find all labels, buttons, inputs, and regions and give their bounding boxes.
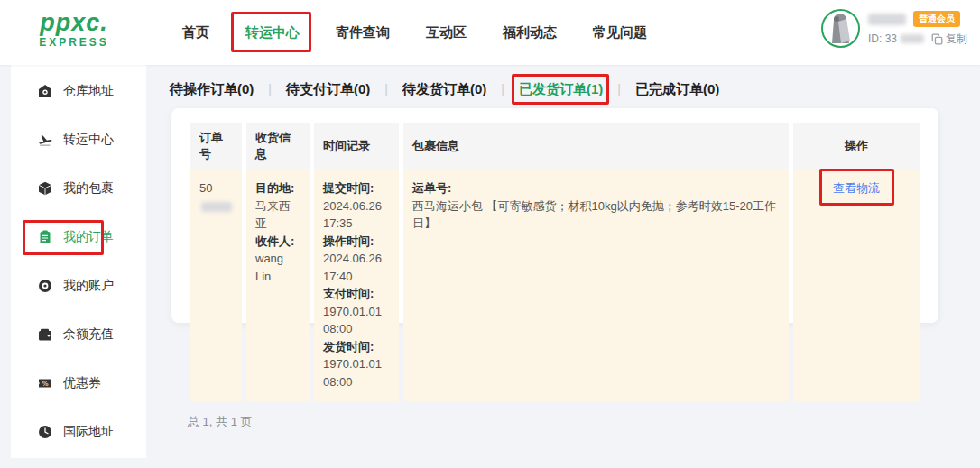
sidebar-item-my-orders[interactable]: 我的订单 bbox=[11, 213, 146, 262]
tab-separator: | bbox=[501, 82, 504, 96]
orders-icon bbox=[38, 230, 52, 244]
user-avatar[interactable] bbox=[821, 9, 860, 48]
waybill-label: 运单号: bbox=[412, 179, 780, 197]
svg-text:%: % bbox=[42, 380, 48, 388]
user-info: 普通会员 ID: 33 复制 bbox=[868, 10, 967, 47]
sidebar-item-coupons[interactable]: % 优惠券 bbox=[11, 359, 146, 408]
redacted-user-id bbox=[901, 34, 924, 43]
plane-icon bbox=[38, 133, 52, 147]
package-icon bbox=[38, 181, 52, 196]
nav-item-benefits[interactable]: 福利动态 bbox=[503, 17, 557, 49]
recipient-label: 收件人: bbox=[255, 233, 300, 251]
avatar-image bbox=[823, 11, 858, 46]
sidebar-item-label: 我的订单 bbox=[63, 229, 114, 245]
operate-time-value: 2024.06.26 17:40 bbox=[323, 250, 390, 285]
sidebar-item-my-account[interactable]: 我的账户 bbox=[11, 262, 146, 310]
user-id-prefix: ID: 33 bbox=[868, 32, 897, 45]
nav-item-shipment-query[interactable]: 寄件查询 bbox=[336, 17, 390, 49]
col-time-record: 时间记录 bbox=[314, 123, 399, 170]
sidebar-item-warehouse-address[interactable]: 仓库地址 bbox=[11, 67, 146, 115]
sidebar-item-international-address[interactable]: 国际地址 bbox=[11, 408, 146, 456]
tab-separator: | bbox=[268, 82, 272, 96]
tab-separator: | bbox=[384, 82, 388, 96]
table-row: 50 目的地: 马来西亚 收件人: wang Lin 提交时间: 2024.06… bbox=[190, 170, 920, 401]
nav-item-transfer-center[interactable]: 转运中心 bbox=[245, 17, 300, 49]
tab-shipped[interactable]: 已发货订单(1) bbox=[519, 81, 603, 98]
order-status-tabs: 待操作订单(0) | 待支付订单(0) | 待发货订单(0) | 已发货订单(1… bbox=[170, 76, 719, 103]
submit-time-label: 提交时间: bbox=[323, 179, 390, 197]
sidebar-item-label: 仓库地址 bbox=[63, 83, 114, 99]
order-no-prefix: 50 bbox=[199, 181, 212, 195]
table-header-row: 订单号 收货信息 时间记录 包裹信息 操作 bbox=[190, 123, 920, 170]
sidebar-item-my-packages[interactable]: 我的包裹 bbox=[11, 164, 146, 213]
redacted-order-no bbox=[201, 202, 232, 212]
cell-receiver-info: 目的地: 马来西亚 收件人: wang Lin bbox=[246, 170, 310, 401]
cell-order-no: 50 bbox=[190, 170, 242, 401]
tab-pending-shipment[interactable]: 待发货订单(0) bbox=[402, 81, 486, 98]
nav-item-home[interactable]: 首页 bbox=[182, 17, 209, 49]
cell-action: 查看物流 bbox=[793, 170, 920, 401]
pagination-summary: 总 1, 共 1 页 bbox=[188, 414, 924, 430]
nav-item-faq[interactable]: 常见问题 bbox=[593, 17, 647, 49]
view-logistics-link[interactable]: 查看物流 bbox=[833, 179, 880, 197]
brand-logo-sub: EXPRESS bbox=[29, 36, 119, 49]
ship-time-value: 1970.01.01 08:00 bbox=[323, 355, 390, 390]
sidebar-item-transfer-center[interactable]: 转运中心 bbox=[11, 115, 146, 164]
orders-table: 订单号 收货信息 时间记录 包裹信息 操作 50 目的地: 马来西亚 收件人: … bbox=[186, 123, 924, 401]
sidebar-item-label: 国际地址 bbox=[63, 424, 114, 440]
sidebar-item-balance-recharge[interactable]: 余额充值 bbox=[11, 310, 146, 359]
tab-label: 已发货订单(1) bbox=[519, 81, 603, 96]
copy-id-button[interactable]: 复制 bbox=[946, 32, 967, 47]
top-header: ppxc. EXPRESS 首页 转运中心 寄件查询 互动区 福利动态 常见问题… bbox=[0, 0, 980, 65]
warehouse-icon bbox=[38, 84, 52, 98]
globe-icon bbox=[38, 425, 52, 439]
nav-item-interaction[interactable]: 互动区 bbox=[426, 17, 467, 49]
user-area: 普通会员 ID: 33 复制 bbox=[821, 9, 967, 48]
tab-pending-operation[interactable]: 待操作订单(0) bbox=[170, 81, 254, 98]
sidebar: 仓库地址 转运中心 我的包裹 我的订单 bbox=[11, 65, 146, 458]
wallet-icon bbox=[38, 327, 52, 342]
account-icon bbox=[38, 279, 52, 293]
membership-badge: 普通会员 bbox=[913, 11, 960, 27]
cell-time-record: 提交时间: 2024.06.26 17:35 操作时间: 2024.06.26 … bbox=[314, 170, 399, 401]
copy-icon[interactable] bbox=[931, 33, 943, 45]
brand-logo[interactable]: ppxc. EXPRESS bbox=[29, 9, 119, 49]
operate-time-label: 操作时间: bbox=[323, 233, 390, 251]
pay-time-value: 1970.01.01 08:00 bbox=[323, 303, 390, 338]
destination-label: 目的地: bbox=[255, 179, 300, 197]
sidebar-item-label: 我的包裹 bbox=[63, 180, 114, 197]
tab-separator: | bbox=[617, 82, 621, 96]
coupon-icon: % bbox=[38, 376, 52, 390]
sidebar-item-label: 优惠券 bbox=[63, 375, 101, 391]
waybill-value: 西马海运小包 【可寄敏感货；材积10kg以内免抛；参考时效15-20工作日】 bbox=[412, 197, 780, 233]
recipient-value: wang Lin bbox=[255, 250, 300, 285]
tab-completed[interactable]: 已完成订单(0) bbox=[635, 81, 719, 98]
submit-time-value: 2024.06.26 17:35 bbox=[323, 197, 390, 233]
cell-package-info: 运单号: 西马海运小包 【可寄敏感货；材积10kg以内免抛；参考时效15-20工… bbox=[403, 170, 789, 401]
view-logistics-label: 查看物流 bbox=[833, 181, 880, 195]
orders-card: 订单号 收货信息 时间记录 包裹信息 操作 50 目的地: 马来西亚 收件人: … bbox=[171, 108, 938, 323]
redacted-username bbox=[868, 14, 906, 25]
main-nav: 首页 转运中心 寄件查询 互动区 福利动态 常见问题 bbox=[164, 0, 665, 65]
col-order-no: 订单号 bbox=[190, 123, 242, 170]
col-package-info: 包裹信息 bbox=[403, 123, 789, 170]
nav-item-label: 转运中心 bbox=[245, 24, 300, 40]
sidebar-item-label: 余额充值 bbox=[63, 326, 114, 343]
pay-time-label: 支付时间: bbox=[323, 285, 390, 303]
col-receiver-info: 收货信息 bbox=[246, 123, 310, 170]
tab-pending-payment[interactable]: 待支付订单(0) bbox=[286, 81, 370, 98]
destination-value: 马来西亚 bbox=[255, 197, 300, 233]
ship-time-label: 发货时间: bbox=[323, 338, 390, 356]
sidebar-item-label: 我的账户 bbox=[63, 278, 114, 294]
col-action: 操作 bbox=[793, 123, 920, 170]
brand-logo-word: ppxc. bbox=[29, 9, 119, 36]
sidebar-item-label: 转运中心 bbox=[63, 132, 114, 148]
